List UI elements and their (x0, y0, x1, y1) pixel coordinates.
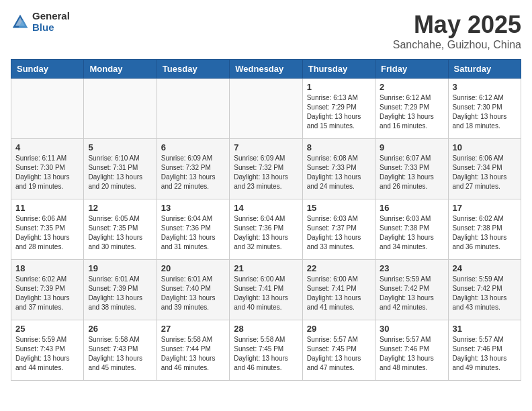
calendar-cell: 25Sunrise: 5:59 AM Sunset: 7:43 PM Dayli… (11, 320, 84, 381)
weekday-header-row: SundayMondayTuesdayWednesdayThursdayFrid… (11, 60, 521, 79)
day-number: 31 (453, 324, 517, 334)
day-number: 17 (453, 203, 517, 213)
day-number: 29 (307, 324, 371, 334)
day-info: Sunrise: 6:13 AM Sunset: 7:29 PM Dayligh… (307, 93, 371, 131)
day-number: 3 (453, 82, 517, 92)
day-info: Sunrise: 6:02 AM Sunset: 7:39 PM Dayligh… (15, 275, 79, 312)
logo-icon (11, 13, 30, 32)
day-number: 5 (88, 142, 152, 152)
day-info: Sunrise: 6:06 AM Sunset: 7:34 PM Dayligh… (453, 154, 517, 191)
logo: General Blue (11, 11, 70, 33)
day-number: 14 (234, 203, 298, 213)
calendar-cell: 9Sunrise: 6:07 AM Sunset: 7:33 PM Daylig… (375, 139, 448, 199)
calendar-cell: 16Sunrise: 6:03 AM Sunset: 7:38 PM Dayli… (375, 199, 448, 260)
day-number: 22 (307, 263, 371, 273)
calendar-cell: 14Sunrise: 6:04 AM Sunset: 7:36 PM Dayli… (230, 199, 302, 260)
day-info: Sunrise: 5:58 AM Sunset: 7:44 PM Dayligh… (161, 335, 225, 373)
day-info: Sunrise: 6:09 AM Sunset: 7:32 PM Dayligh… (161, 154, 225, 191)
day-number: 25 (15, 324, 79, 334)
day-info: Sunrise: 6:09 AM Sunset: 7:32 PM Dayligh… (234, 154, 298, 191)
calendar-cell: 20Sunrise: 6:01 AM Sunset: 7:40 PM Dayli… (157, 260, 229, 320)
day-info: Sunrise: 5:58 AM Sunset: 7:45 PM Dayligh… (234, 335, 298, 373)
day-info: Sunrise: 6:07 AM Sunset: 7:33 PM Dayligh… (380, 154, 443, 191)
calendar-cell: 26Sunrise: 5:58 AM Sunset: 7:43 PM Dayli… (84, 320, 157, 381)
day-info: Sunrise: 6:02 AM Sunset: 7:38 PM Dayligh… (453, 214, 517, 252)
day-info: Sunrise: 6:04 AM Sunset: 7:36 PM Dayligh… (234, 214, 298, 252)
calendar-cell: 13Sunrise: 6:04 AM Sunset: 7:36 PM Dayli… (157, 199, 229, 260)
calendar-cell: 6Sunrise: 6:09 AM Sunset: 7:32 PM Daylig… (157, 139, 229, 199)
day-info: Sunrise: 5:59 AM Sunset: 7:42 PM Dayligh… (453, 275, 517, 312)
calendar-cell: 1Sunrise: 6:13 AM Sunset: 7:29 PM Daylig… (302, 79, 375, 139)
day-number: 24 (453, 263, 517, 273)
day-info: Sunrise: 6:00 AM Sunset: 7:41 PM Dayligh… (307, 275, 371, 312)
calendar-cell: 21Sunrise: 6:00 AM Sunset: 7:41 PM Dayli… (230, 260, 302, 320)
calendar-cell: 30Sunrise: 5:57 AM Sunset: 7:46 PM Dayli… (375, 320, 448, 381)
day-number: 20 (161, 263, 225, 273)
calendar-cell: 18Sunrise: 6:02 AM Sunset: 7:39 PM Dayli… (11, 260, 84, 320)
day-info: Sunrise: 5:59 AM Sunset: 7:43 PM Dayligh… (15, 335, 79, 373)
day-number: 27 (161, 324, 225, 334)
calendar-cell: 31Sunrise: 5:57 AM Sunset: 7:46 PM Dayli… (448, 320, 521, 381)
calendar-cell: 17Sunrise: 6:02 AM Sunset: 7:38 PM Dayli… (448, 199, 521, 260)
day-info: Sunrise: 6:05 AM Sunset: 7:35 PM Dayligh… (88, 214, 152, 252)
day-number: 23 (380, 263, 443, 273)
day-number: 8 (307, 142, 371, 152)
day-number: 28 (234, 324, 298, 334)
day-info: Sunrise: 6:12 AM Sunset: 7:29 PM Dayligh… (380, 93, 443, 131)
day-number: 12 (88, 203, 152, 213)
weekday-header-friday: Friday (375, 60, 448, 79)
day-info: Sunrise: 5:57 AM Sunset: 7:45 PM Dayligh… (307, 335, 371, 373)
day-number: 18 (15, 263, 79, 273)
day-number: 13 (161, 203, 225, 213)
page-header: General Blue May 2025 Sanchahe, Guizhou,… (11, 11, 521, 51)
day-info: Sunrise: 6:03 AM Sunset: 7:37 PM Dayligh… (307, 214, 371, 252)
day-info: Sunrise: 6:01 AM Sunset: 7:40 PM Dayligh… (161, 275, 225, 312)
calendar-cell (157, 79, 229, 139)
calendar-cell (230, 79, 302, 139)
calendar-cell (84, 79, 157, 139)
calendar-cell: 22Sunrise: 6:00 AM Sunset: 7:41 PM Dayli… (302, 260, 375, 320)
weekday-header-monday: Monday (84, 60, 157, 79)
calendar-cell: 15Sunrise: 6:03 AM Sunset: 7:37 PM Dayli… (302, 199, 375, 260)
calendar-cell: 29Sunrise: 5:57 AM Sunset: 7:45 PM Dayli… (302, 320, 375, 381)
day-info: Sunrise: 6:12 AM Sunset: 7:30 PM Dayligh… (453, 93, 517, 131)
calendar-cell: 7Sunrise: 6:09 AM Sunset: 7:32 PM Daylig… (230, 139, 302, 199)
month-title: May 2025 (393, 11, 521, 39)
weekday-header-tuesday: Tuesday (157, 60, 229, 79)
day-info: Sunrise: 6:10 AM Sunset: 7:31 PM Dayligh… (88, 154, 152, 191)
day-number: 26 (88, 324, 152, 334)
day-number: 15 (307, 203, 371, 213)
calendar-cell: 4Sunrise: 6:11 AM Sunset: 7:30 PM Daylig… (11, 139, 84, 199)
day-number: 10 (453, 142, 517, 152)
calendar-cell: 12Sunrise: 6:05 AM Sunset: 7:35 PM Dayli… (84, 199, 157, 260)
day-number: 21 (234, 263, 298, 273)
weekday-header-sunday: Sunday (11, 60, 84, 79)
day-info: Sunrise: 6:00 AM Sunset: 7:41 PM Dayligh… (234, 275, 298, 312)
calendar-cell: 28Sunrise: 5:58 AM Sunset: 7:45 PM Dayli… (230, 320, 302, 381)
day-info: Sunrise: 6:01 AM Sunset: 7:39 PM Dayligh… (88, 275, 152, 312)
calendar-cell: 19Sunrise: 6:01 AM Sunset: 7:39 PM Dayli… (84, 260, 157, 320)
weekday-header-thursday: Thursday (302, 60, 375, 79)
day-info: Sunrise: 5:58 AM Sunset: 7:43 PM Dayligh… (88, 335, 152, 373)
day-info: Sunrise: 5:57 AM Sunset: 7:46 PM Dayligh… (380, 335, 443, 373)
day-info: Sunrise: 5:59 AM Sunset: 7:42 PM Dayligh… (380, 275, 443, 312)
weekday-header-saturday: Saturday (448, 60, 521, 79)
day-number: 30 (380, 324, 443, 334)
calendar-cell: 2Sunrise: 6:12 AM Sunset: 7:29 PM Daylig… (375, 79, 448, 139)
calendar-cell: 27Sunrise: 5:58 AM Sunset: 7:44 PM Dayli… (157, 320, 229, 381)
day-number: 6 (161, 142, 225, 152)
calendar-week-5: 25Sunrise: 5:59 AM Sunset: 7:43 PM Dayli… (11, 320, 521, 381)
day-number: 2 (380, 82, 443, 92)
day-number: 11 (15, 203, 79, 213)
logo-general-text: General (32, 11, 70, 22)
calendar-cell: 24Sunrise: 5:59 AM Sunset: 7:42 PM Dayli… (448, 260, 521, 320)
logo-blue-text: Blue (32, 22, 70, 34)
calendar-cell: 5Sunrise: 6:10 AM Sunset: 7:31 PM Daylig… (84, 139, 157, 199)
day-number: 9 (380, 142, 443, 152)
weekday-header-wednesday: Wednesday (230, 60, 302, 79)
location-title: Sanchahe, Guizhou, China (393, 39, 521, 51)
day-number: 16 (380, 203, 443, 213)
calendar-cell: 10Sunrise: 6:06 AM Sunset: 7:34 PM Dayli… (448, 139, 521, 199)
calendar-table: SundayMondayTuesdayWednesdayThursdayFrid… (11, 59, 521, 381)
calendar-cell (11, 79, 84, 139)
